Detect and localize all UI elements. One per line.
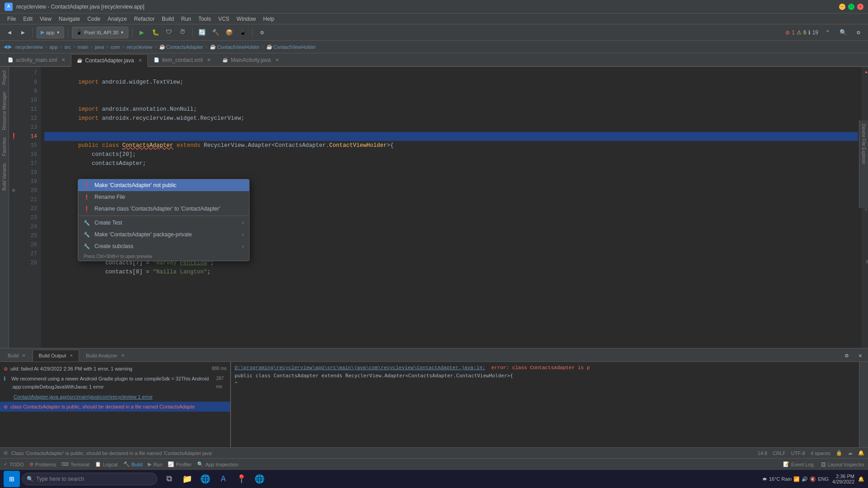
breadcrumb-recyclerview[interactable]: ◀ ▶ recyclerview (4, 44, 43, 50)
breadcrumb-recycleview[interactable]: recycleview (127, 44, 152, 50)
bottom-run[interactable]: ▶ Run (148, 461, 162, 467)
back-button[interactable]: ◀ (4, 27, 15, 38)
menu-code[interactable]: Code (84, 14, 104, 24)
sidebar-favorites-tab[interactable]: Favorites (0, 134, 8, 160)
menu-tools[interactable]: Tools (195, 14, 215, 24)
taskbar-chrome[interactable]: 🌐 (251, 471, 268, 487)
build-file-line[interactable]: ContactAdapter.java app\src\main\java\co… (0, 392, 230, 402)
menu-view[interactable]: View (36, 14, 55, 24)
build-tab-output[interactable]: Build Output ✕ (33, 350, 79, 361)
sdk-button[interactable]: 📦 (223, 27, 235, 38)
menu-refactor[interactable]: Refactor (131, 14, 158, 24)
menu-navigate[interactable]: Navigate (55, 14, 84, 24)
sidebar-project-tab[interactable]: Project (0, 67, 8, 88)
gear-icon[interactable]: ⚙ (853, 27, 864, 38)
windows-start-button[interactable]: ⊞ (4, 471, 20, 487)
sidebar-device-explorer-tab[interactable]: Device File Explorer (860, 120, 868, 168)
sync-button[interactable]: 🔄 (196, 27, 208, 38)
code-content[interactable]: import android.widget.TextView; import a… (41, 67, 862, 348)
forward-button[interactable]: ▶ (17, 27, 29, 38)
taskbar-file-explorer[interactable]: 📁 (179, 471, 195, 487)
tab-close-main-activity[interactable]: ✕ (275, 57, 279, 62)
breadcrumb-src[interactable]: src (64, 44, 71, 50)
bottom-problems[interactable]: ⊘ Problems (29, 461, 56, 467)
expand-button[interactable]: ⌃ (822, 27, 834, 38)
tab-contact-adapter[interactable]: ☕ ContactAdapter.java ✕ (71, 54, 148, 67)
taskbar-taskview[interactable]: ⧉ (161, 471, 177, 487)
ctx-make-package-private[interactable]: 🔧 Make 'ContactsAdapter' package-private… (78, 229, 249, 240)
window-controls[interactable]: ─ □ ✕ (839, 4, 863, 10)
settings-button[interactable]: ⚙ (256, 27, 268, 38)
menu-vcs[interactable]: VCS (215, 14, 233, 24)
sidebar-buildvariants-tab[interactable]: Build Variants (0, 160, 8, 194)
build-right-tab[interactable] (863, 364, 865, 371)
menu-build[interactable]: Build (158, 14, 178, 24)
ctx-create-subclass[interactable]: 🔧 Create subclass › (78, 240, 249, 252)
build-scrollbar[interactable] (863, 362, 868, 447)
ctx-create-test[interactable]: 🔧 Create Test › (78, 217, 249, 229)
taskbar-androidstudio[interactable]: A (215, 471, 231, 487)
tab-close-item-contact[interactable]: ✕ (207, 57, 211, 62)
build-gradle-line[interactable]: ℹ We recommend using a newer Android Gra… (0, 374, 230, 392)
ctx-rename-class[interactable]: ❗ Rename class 'ContactsAdapter' to 'Con… (78, 203, 249, 215)
breadcrumb-contactsadapter[interactable]: ☕ ContactsAdapter (159, 44, 203, 50)
weather-icon: 🌧 (762, 476, 767, 482)
taskbar-notifications[interactable]: 🔔 (858, 476, 864, 482)
coverage-button[interactable]: 🛡 (163, 27, 175, 38)
bottom-logcat[interactable]: 📋 Logcat (95, 461, 118, 467)
bottom-build[interactable]: 🔨 Build (123, 461, 142, 467)
minimize-button[interactable]: ─ (839, 4, 845, 10)
ctx-rename-file[interactable]: ❗ Rename File (78, 191, 249, 203)
bottom-todo[interactable]: ✓ TODO (4, 461, 24, 467)
breadcrumb-main[interactable]: main (77, 44, 88, 50)
menu-run[interactable]: Run (178, 14, 195, 24)
bottom-terminal[interactable]: ⌨ Terminal (61, 461, 90, 467)
tab-close-activity-main[interactable]: ✕ (61, 57, 65, 62)
breadcrumb-java[interactable]: java (95, 44, 104, 50)
search-everywhere-button[interactable]: 🔍 (837, 27, 849, 38)
breadcrumb-com[interactable]: com (111, 44, 120, 50)
scroll-thumb[interactable] (866, 260, 868, 263)
sidebar-resource-tab[interactable]: Resource Manager (0, 88, 8, 134)
avd-button[interactable]: 📱 (237, 27, 249, 38)
breadcrumb-app[interactable]: app (49, 44, 57, 50)
run-button[interactable]: ▶ (136, 27, 148, 38)
build-button[interactable]: 🔨 (210, 27, 222, 38)
code-editor[interactable]: ❗ ⊙ 7 8 9 10 11 12 13 14 15 16 17 (9, 67, 868, 348)
bottom-profiler[interactable]: 📈 Profiler (168, 461, 192, 467)
tab-main-activity[interactable]: ☕ MainActivity.java ✕ (217, 53, 284, 66)
tab-activity-main[interactable]: 📄 activity_main.xml ✕ (2, 53, 71, 66)
run-config-selector[interactable]: ▶ app ▼ (37, 27, 64, 38)
close-button[interactable]: ✕ (857, 4, 863, 10)
build-error-line[interactable]: ⊘ class ContactsAdapter is public, shoul… (0, 402, 230, 412)
menu-file[interactable]: File (4, 14, 19, 24)
debug-button[interactable]: 🐛 (150, 27, 161, 38)
menu-help[interactable]: Help (259, 14, 278, 24)
build-analyzer-close-icon[interactable]: ✕ (121, 353, 125, 358)
build-collapse-icon[interactable]: ✕ (854, 350, 866, 361)
bottom-app-inspection[interactable]: 🔍 App Inspection (197, 461, 238, 467)
build-settings-icon[interactable]: ⚙ (841, 350, 853, 361)
build-close-icon[interactable]: ✕ (22, 353, 26, 358)
build-output-close-icon[interactable]: ✕ (70, 353, 73, 358)
build-tab-build[interactable]: Build ✕ (2, 350, 32, 361)
build-tab-analyzer[interactable]: Build Analyzer ✕ (80, 350, 131, 361)
menu-edit[interactable]: Edit (19, 14, 36, 24)
breadcrumb-contactviewholder-1[interactable]: ☕ ContactViewHolder (210, 44, 259, 50)
bottom-event-log[interactable]: 📝 Event Log (783, 461, 814, 467)
device-selector[interactable]: 📱 Pixel XL API 30 ▼ (72, 27, 128, 38)
profile-button[interactable]: ⏱ (177, 27, 189, 38)
maximize-button[interactable]: □ (848, 4, 854, 10)
taskbar-clock[interactable]: 2:36 PM 4/29/2022 (832, 474, 854, 484)
menu-window[interactable]: Window (233, 14, 259, 24)
tab-close-contact-adapter[interactable]: ✕ (138, 58, 142, 63)
breadcrumb-contactviewholder-2[interactable]: ☕ ContactViewHolder (266, 44, 316, 50)
bottom-layout-inspector[interactable]: 🖼 Layout Inspector (821, 461, 864, 467)
taskbar-edge[interactable]: 🌐 (197, 471, 213, 487)
taskbar-search[interactable]: 🔍 Type here to search (22, 473, 157, 485)
menu-analyze[interactable]: Analyze (104, 14, 131, 24)
tab-item-contact[interactable]: 📄 item_contact.xml ✕ (148, 53, 217, 66)
taskbar-maps[interactable]: 📍 (233, 471, 250, 487)
ctx-make-not-public[interactable]: ❗ Make 'ContactsAdapter' not public (78, 179, 249, 191)
error-marker-14[interactable]: ❗ (9, 132, 18, 141)
